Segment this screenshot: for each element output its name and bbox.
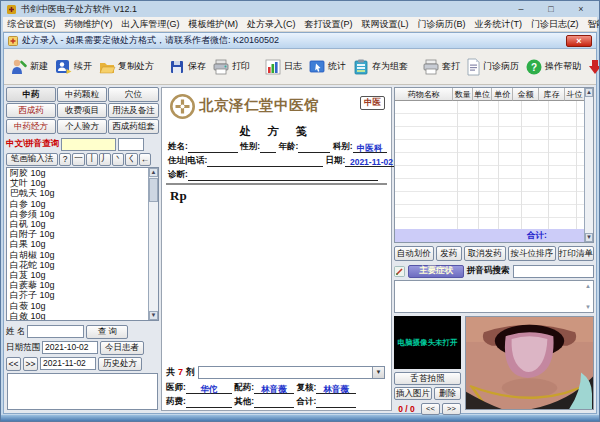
dispense-button[interactable]: 发药 bbox=[436, 246, 462, 261]
symptom-textarea[interactable]: ▲ ▼ bbox=[394, 280, 594, 313]
menu-item-drug-maintenance[interactable]: 药物维护(Y) bbox=[60, 18, 117, 31]
drug-list-item[interactable]: 白矾 10g bbox=[7, 219, 148, 229]
drug-table-scrollbar[interactable]: ▲ ▼ bbox=[584, 88, 593, 242]
drug-list-item[interactable]: 巴戟天 10g bbox=[7, 188, 148, 198]
address-field[interactable] bbox=[207, 157, 323, 167]
col-unit[interactable]: 单位 bbox=[473, 88, 492, 101]
col-drug-name[interactable]: 药物名称 bbox=[395, 88, 453, 101]
drug-list-item[interactable]: 白敛 10g bbox=[7, 311, 148, 320]
usage-combobox[interactable]: ▼ bbox=[198, 366, 385, 379]
scrollbar-thumb[interactable] bbox=[149, 178, 158, 202]
today-patients-button[interactable]: 今日患者 bbox=[100, 341, 144, 355]
query-button[interactable]: 查 询 bbox=[86, 325, 128, 339]
col-quantity[interactable]: 数量 bbox=[453, 88, 473, 101]
help-button[interactable]: ? 操作帮助 bbox=[523, 57, 583, 77]
tab-yongfa-beizhu[interactable]: 用法及备注 bbox=[108, 103, 159, 118]
tongue-photo-button[interactable]: 舌苔拍照 bbox=[394, 372, 461, 385]
overlay-print-button[interactable]: 套打 bbox=[420, 57, 462, 77]
drug-list-scrollbar[interactable]: ▲ ▼ bbox=[148, 168, 158, 320]
stroke-key-shu[interactable]: 丨 bbox=[86, 153, 98, 166]
drug-list-item[interactable]: 白附子 10g bbox=[7, 229, 148, 239]
subwindow-close-button[interactable]: × bbox=[566, 35, 592, 47]
minimize-button[interactable]: – bbox=[508, 3, 534, 16]
tab-xichengyao[interactable]: 西成药 bbox=[6, 103, 56, 118]
doctor-field[interactable]: 华佗 bbox=[186, 384, 232, 394]
drug-list-item[interactable]: 白蒺藜 10g bbox=[7, 280, 148, 290]
stroke-key-zhe[interactable]: く bbox=[125, 153, 137, 166]
tab-zhongyao-keli[interactable]: 中药颗粒 bbox=[57, 87, 107, 102]
patient-history-listbox[interactable] bbox=[7, 373, 158, 410]
pinyin-code-input[interactable] bbox=[118, 138, 144, 151]
next-date-button[interactable]: >> bbox=[23, 357, 38, 371]
tab-zhongyao[interactable]: 中药 bbox=[6, 87, 56, 102]
age-field[interactable] bbox=[298, 143, 330, 153]
col-stock[interactable]: 库存 bbox=[539, 88, 565, 101]
drug-list-item[interactable]: 白胡椒 10g bbox=[7, 250, 148, 260]
name-field[interactable] bbox=[188, 143, 238, 153]
drug-list-item[interactable]: 白芨 10g bbox=[7, 270, 148, 280]
sum-field[interactable] bbox=[316, 398, 356, 408]
menu-item-clinic-log[interactable]: 门诊日志(Z) bbox=[527, 18, 584, 31]
save-group-button[interactable]: 存为组套 bbox=[350, 57, 410, 77]
menu-item-statistics[interactable]: 业务统计(T) bbox=[470, 18, 527, 31]
drug-table-body[interactable] bbox=[395, 101, 584, 229]
scroll-down-icon[interactable]: ▼ bbox=[149, 311, 158, 320]
new-button[interactable]: 新建 bbox=[8, 57, 50, 77]
stroke-key-backspace[interactable]: ← bbox=[139, 153, 151, 166]
drug-list-item[interactable]: 白参须 10g bbox=[7, 209, 148, 219]
tab-shoufei-xiangmu[interactable]: 收费项目 bbox=[57, 103, 107, 118]
stroke-key-heng[interactable]: 一 bbox=[72, 153, 84, 166]
pinyin-query-input[interactable] bbox=[61, 138, 116, 151]
date-to-input[interactable]: 2021-11-02 bbox=[40, 357, 96, 370]
dispenser-field[interactable]: 林音薇 bbox=[254, 384, 294, 394]
auto-price-button[interactable]: 自动划价 bbox=[394, 246, 434, 261]
menu-item-template[interactable]: 模板维护(M) bbox=[184, 18, 243, 31]
drug-list-item[interactable]: 白芥子 10g bbox=[7, 290, 148, 300]
menu-item-prescription-entry[interactable]: 处方录入(C) bbox=[243, 18, 301, 31]
history-prescriptions-button[interactable]: 历史处方 bbox=[98, 357, 142, 371]
scroll-up-icon[interactable]: ▲ bbox=[585, 88, 593, 97]
scroll-down-icon[interactable]: ▼ bbox=[585, 233, 593, 242]
menu-item-network[interactable]: 联网设置(L) bbox=[357, 18, 413, 31]
menu-item-overlay-print[interactable]: 套打设置(P) bbox=[300, 18, 357, 31]
next-photo-button[interactable]: >> bbox=[442, 403, 461, 415]
sort-by-drawer-button[interactable]: 按斗位排序 bbox=[508, 246, 556, 261]
date-field[interactable]: 2021-11-02 bbox=[345, 157, 397, 167]
menu-item-medical-record[interactable]: 门诊病历(B) bbox=[413, 18, 470, 31]
col-price[interactable]: 单价 bbox=[492, 88, 514, 101]
pinyin-search-input[interactable] bbox=[513, 265, 595, 278]
menu-item-settings[interactable]: 综合设置(S) bbox=[3, 18, 60, 31]
main-symptom-chip[interactable]: 主要症状 bbox=[408, 265, 464, 278]
gender-field[interactable] bbox=[260, 143, 276, 153]
other-field[interactable] bbox=[254, 398, 294, 408]
register-button[interactable]: 注册 bbox=[585, 57, 600, 77]
statistics-button[interactable]: 统计 bbox=[306, 57, 348, 77]
drug-list-item[interactable]: 白蔹 10g bbox=[7, 301, 148, 311]
stroke-key-dian[interactable]: 丶 bbox=[112, 153, 124, 166]
tab-zhongyao-jingfang[interactable]: 中药经方 bbox=[6, 119, 56, 134]
stroke-ime-button[interactable]: 笔画输入法 bbox=[6, 153, 58, 166]
maximize-button[interactable]: □ bbox=[538, 3, 564, 16]
tab-xuewei[interactable]: 穴位 bbox=[108, 87, 159, 102]
diagnosis-field[interactable] bbox=[188, 171, 378, 181]
tab-xichengyao-zutao[interactable]: 西成药组套 bbox=[108, 119, 159, 134]
col-drawer[interactable]: 斗位 bbox=[565, 88, 584, 101]
drug-list-item[interactable]: 艾叶 10g bbox=[7, 178, 148, 188]
continue-button[interactable]: 续开 bbox=[52, 57, 94, 77]
tab-geren-yanfang[interactable]: 个人验方 bbox=[57, 119, 107, 134]
log-button[interactable]: 日志 bbox=[262, 57, 304, 77]
fee-field[interactable] bbox=[186, 398, 232, 408]
scroll-up-icon[interactable]: ▲ bbox=[149, 168, 158, 177]
menu-item-stroke-ime[interactable]: 智能笔画输入法(S) bbox=[583, 18, 600, 31]
stroke-key-any[interactable]: ? bbox=[59, 153, 71, 166]
save-button[interactable]: 保存 bbox=[166, 57, 208, 77]
date-from-input[interactable]: 2021-10-02 bbox=[42, 341, 98, 354]
drug-list-item[interactable]: 白果 10g bbox=[7, 239, 148, 249]
print-list-button[interactable]: 打印清单 bbox=[558, 246, 594, 261]
chevron-down-icon[interactable]: ▼ bbox=[372, 367, 384, 378]
stroke-key-pie[interactable]: 丿 bbox=[99, 153, 111, 166]
scroll-up-icon[interactable]: ▲ bbox=[585, 283, 591, 289]
copy-prescription-button[interactable]: 复制处方 bbox=[96, 57, 156, 77]
delete-image-button[interactable]: 删除 bbox=[434, 387, 461, 400]
drug-list-item[interactable]: 白花蛇 10g bbox=[7, 260, 148, 270]
